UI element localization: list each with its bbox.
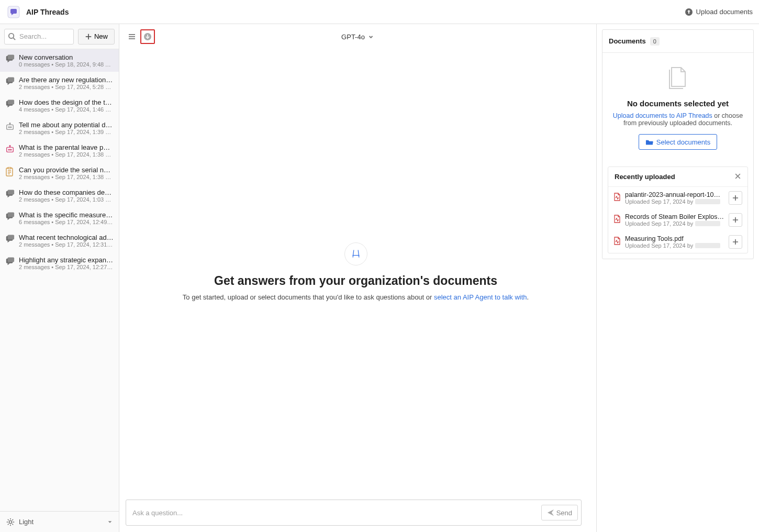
conversation-title: Are there any new regulations ap… [19,76,114,84]
conversation-title: How does the design of the taper … [19,98,114,106]
select-agent-link[interactable]: select an AIP Agent to talk with [434,293,527,301]
conversation-title: What is the parental leave policy? [19,143,114,151]
add-document-button[interactable] [729,213,742,227]
send-label: Send [556,509,572,517]
recently-uploaded-title: Recently uploaded [615,173,675,181]
menu-icon [127,32,137,41]
svg-line-44 [13,519,13,520]
conversation-title: Can you provide the serial numb… [19,166,114,174]
recent-upload-item: palantir-2023-annual-report-10K.pdfUploa… [608,187,747,209]
recent-upload-name: Measuring Tools.pdf [625,235,724,242]
conversation-item[interactable]: New conversation0 messages • Sep 18, 202… [0,49,119,72]
upload-icon [685,8,693,16]
svg-point-14 [8,127,9,128]
documents-count-badge: 0 [650,37,660,46]
conversation-icon [5,167,15,180]
new-conversation-button[interactable]: New [78,29,115,45]
chevron-down-icon [107,519,113,525]
conversation-item[interactable]: Highlight any strategic expansion…2 mess… [0,252,119,274]
svg-point-3 [9,33,14,38]
conversation-meta: 4 messages • Sep 17, 2024, 1:46 PM [19,106,114,113]
conversation-icon [5,99,15,113]
select-documents-button[interactable]: Select documents [639,134,717,150]
app-title: AIP Threads [26,8,69,16]
conversation-item[interactable]: What recent technological advan…2 messag… [0,229,119,252]
svg-point-17 [9,123,10,124]
sun-icon [6,518,15,526]
document-icon [666,64,689,92]
conversation-icon [5,122,15,135]
svg-line-41 [8,519,8,520]
conversation-item[interactable]: How do these companies describ…2 message… [0,184,119,207]
menu-button[interactable] [125,29,139,44]
select-documents-label: Select documents [656,138,710,146]
download-circle-icon [143,32,152,41]
svg-point-22 [9,146,10,147]
conversation-title: New conversation [19,53,114,61]
conversation-meta: 6 messages • Sep 17, 2024, 12:49 PM [19,219,114,225]
recent-upload-name: Records of Steam Boiler Explosion… [625,213,724,220]
svg-point-19 [8,149,9,150]
conversation-item[interactable]: Tell me about any potential disr…2 messa… [0,117,119,139]
conversation-item[interactable]: Are there any new regulations ap…2 messa… [0,72,119,94]
svg-line-4 [13,38,15,40]
download-button[interactable] [140,29,155,44]
plus-icon [85,33,92,40]
conversation-item[interactable]: What is the parental leave policy?2 mess… [0,139,119,162]
svg-point-36 [9,520,12,523]
compose-input[interactable] [132,509,541,517]
conversation-meta: 2 messages • Sep 17, 2024, 5:28 PM [19,84,114,90]
conversation-meta: 2 messages • Sep 17, 2024, 12:27 PM [19,264,114,270]
conversation-item[interactable]: What is the specific measuremen…6 messag… [0,207,119,229]
theme-label: Light [19,518,34,526]
recent-upload-meta: Uploaded Sep 17, 2024 by [625,220,724,227]
uploader-placeholder [695,199,720,204]
upload-documents-link[interactable]: Upload documents to AIP Threads [613,112,712,119]
add-document-button[interactable] [729,235,742,249]
upload-documents-button[interactable]: Upload documents [685,8,753,16]
conversation-meta: 2 messages • Sep 17, 2024, 1:38 PM [19,151,114,158]
upload-documents-label: Upload documents [696,8,753,16]
conversation-title: Highlight any strategic expansion… [19,256,114,264]
model-selector[interactable]: GPT-4o [341,33,374,41]
svg-rect-18 [7,147,14,152]
recent-upload-item: Records of Steam Boiler Explosion…Upload… [608,209,747,231]
conversation-meta: 2 messages • Sep 17, 2024, 12:31 PM [19,241,114,248]
conversation-title: What recent technological advan… [19,234,114,241]
conversation-meta: 0 messages • Sep 18, 2024, 9:48 AM [19,61,114,68]
recent-upload-meta: Uploaded Sep 17, 2024 by [625,198,724,205]
documents-empty-subtitle: Upload documents to AIP Threads or choos… [610,112,746,127]
conversation-icon [5,212,15,225]
svg-rect-24 [8,168,11,169]
main-panel: GPT-4o Get answers from your organizatio… [119,24,597,532]
theme-switcher[interactable]: Light [0,511,119,532]
conversation-icon [5,235,15,248]
documents-panel: Documents 0 No documents selected yet Up… [597,24,759,532]
svg-line-43 [8,524,8,524]
sidebar: New New conversation0 messages • Sep 18,… [0,24,119,532]
conversation-icon [5,54,15,68]
model-label: GPT-4o [341,33,365,41]
svg-line-42 [13,524,13,524]
conversation-item[interactable]: How does the design of the taper …4 mess… [0,94,119,117]
add-document-button[interactable] [729,191,742,205]
svg-rect-35 [8,257,15,262]
conversation-item[interactable]: Can you provide the serial numb…2 messag… [0,162,119,184]
pdf-icon [613,215,621,225]
hero-subtitle: To get started, upload or select documen… [183,293,529,301]
pdf-icon [613,237,621,247]
svg-point-20 [10,149,12,150]
conversation-icon [5,77,15,90]
svg-rect-12 [8,99,15,104]
close-icon[interactable] [734,172,741,181]
send-button[interactable]: Send [541,505,578,520]
search-icon [8,32,16,42]
compose-box: Send [126,500,582,526]
conversation-title: What is the specific measuremen… [19,211,114,219]
conversation-list: New conversation0 messages • Sep 18, 202… [0,49,119,511]
plus-icon [732,239,739,245]
svg-rect-1 [10,9,17,14]
conversation-meta: 2 messages • Sep 17, 2024, 1:39 PM [19,129,114,135]
app-logo-icon [6,5,21,19]
conversation-meta: 2 messages • Sep 17, 2024, 1:03 PM [19,196,114,203]
